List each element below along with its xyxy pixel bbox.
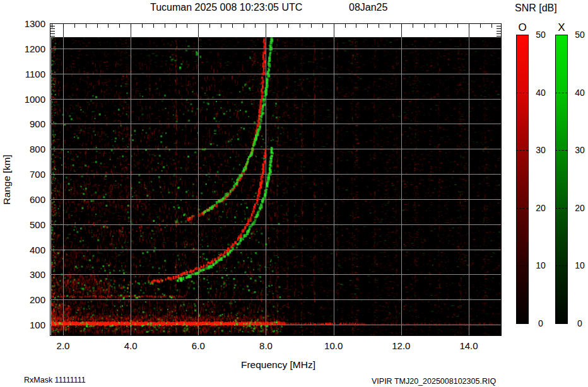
- ionogram-viewer: Tucuman 2025 008 10:23:05 UTC 08Jan25 2.…: [0, 0, 588, 387]
- y-tick-label: 1300: [1, 18, 45, 29]
- y-tick-label: 1200: [1, 43, 45, 54]
- colorbar-tick-dash: [516, 208, 528, 209]
- colorbar-title: SNR [dB]: [515, 3, 557, 14]
- y-tick-label: 800: [1, 144, 45, 154]
- x-tick-label: 4.0: [124, 340, 138, 351]
- x-tick-label: 12.0: [392, 340, 410, 351]
- filename-text: VIPIR TMJ20_2025008102305.RIQ: [372, 377, 496, 386]
- y-tick-label: 400: [1, 245, 45, 255]
- colorbar-o-tick-label: 30: [530, 145, 551, 155]
- colorbar-tick-dash: [516, 150, 528, 151]
- y-tick-label: 200: [1, 294, 45, 305]
- rxmask-text: RxMask 11111111: [24, 376, 86, 384]
- colorbar-x-tick-label: 0: [569, 318, 588, 328]
- ionogram-plot: [50, 23, 502, 336]
- x-axis-title: Frequency [MHz]: [241, 359, 315, 371]
- x-tick-label: 14.0: [459, 340, 478, 351]
- x-tick-label: 6.0: [192, 340, 205, 351]
- y-tick-label: 100: [1, 320, 45, 330]
- colorbar-o-gradient: [516, 35, 529, 324]
- x-tick-label: 8.0: [259, 340, 273, 351]
- y-tick-label: 300: [1, 269, 45, 280]
- colorbar-x-tick-label: 10: [569, 260, 588, 270]
- plot-title: Tucuman 2025 008 10:23:05 UTC: [150, 2, 302, 13]
- colorbar-x-tick-label: 40: [569, 88, 588, 98]
- colorbar-o-tick-label: 50: [530, 30, 551, 40]
- x-tick-label: 2.0: [57, 340, 70, 351]
- plot-date: 08Jan25: [349, 2, 387, 13]
- colorbar-tick-dash: [555, 93, 567, 93]
- colorbar-tick-dash: [555, 265, 567, 266]
- y-tick-label: 500: [1, 219, 45, 230]
- colorbar-tick-dash: [516, 93, 528, 93]
- y-tick-label: 1100: [1, 69, 45, 79]
- y-tick-label: 1000: [1, 94, 45, 105]
- colorbar-x-tick-label: 30: [569, 145, 588, 155]
- colorbar-o-tick-label: 20: [530, 203, 551, 213]
- colorbar-tick-dash: [516, 265, 528, 266]
- colorbar-tick-dash: [555, 208, 567, 209]
- colorbar-x-tick-label: 20: [569, 203, 588, 213]
- colorbar-tick-dash: [555, 150, 567, 151]
- y-tick-label: 900: [1, 118, 45, 129]
- x-tick-label: 10.0: [324, 340, 343, 351]
- colorbar-o-mode-label: O: [516, 21, 529, 34]
- colorbar-o-tick-label: 10: [530, 260, 551, 270]
- colorbar-o-tick-label: 0: [530, 318, 551, 328]
- colorbar-x-tick-label: 50: [569, 30, 588, 40]
- y-axis-title: Range [km]: [1, 154, 13, 204]
- colorbar-o-tick-label: 40: [530, 88, 551, 98]
- colorbar-x-gradient: [555, 35, 568, 324]
- colorbar-x-mode-label: X: [555, 21, 568, 34]
